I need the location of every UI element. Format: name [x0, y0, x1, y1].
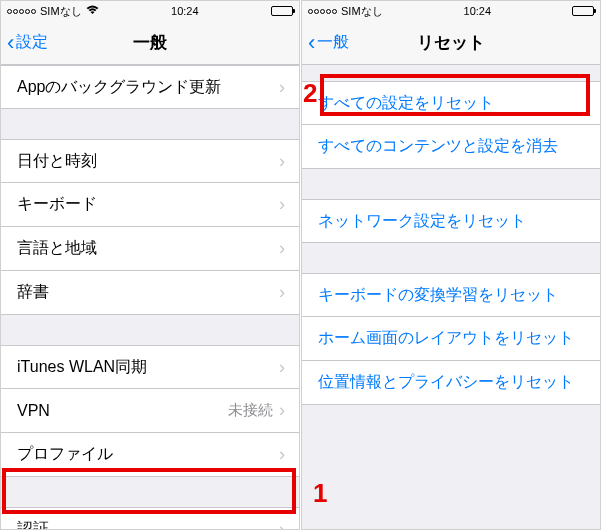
row-date-time[interactable]: 日付と時刻 ›	[1, 139, 299, 183]
reset-list: すべての設定をリセット すべてのコンテンツと設定を消去 ネットワーク設定をリセッ…	[302, 65, 600, 405]
carrier-label: SIMなし	[341, 4, 383, 19]
row-label: キーボード	[17, 194, 279, 215]
chevron-right-icon: ›	[279, 357, 285, 378]
status-bar: SIMなし 10:24	[302, 1, 600, 21]
screen-reset: SIMなし 10:24 ‹ 一般 リセット すべての設定をリセット すべてのコン…	[301, 0, 601, 530]
row-label: ネットワーク設定をリセット	[318, 211, 586, 232]
row-language-region[interactable]: 言語と地域 ›	[1, 227, 299, 271]
wifi-icon	[86, 5, 99, 17]
signal-icon	[308, 9, 337, 14]
chevron-right-icon: ›	[279, 194, 285, 215]
row-profile[interactable]: プロファイル ›	[1, 433, 299, 477]
battery-icon	[572, 6, 594, 16]
row-keyboard[interactable]: キーボード ›	[1, 183, 299, 227]
row-reset-keyboard[interactable]: キーボードの変換学習をリセット	[302, 273, 600, 317]
chevron-right-icon: ›	[279, 282, 285, 303]
row-label: VPN	[17, 402, 228, 420]
row-auth[interactable]: 認証 ›	[1, 507, 299, 530]
row-vpn[interactable]: VPN 未接続 ›	[1, 389, 299, 433]
row-label: すべての設定をリセット	[318, 93, 586, 114]
row-label: ホーム画面のレイアウトをリセット	[318, 328, 586, 349]
row-reset-network[interactable]: ネットワーク設定をリセット	[302, 199, 600, 243]
battery-icon	[271, 6, 293, 16]
back-label: 設定	[16, 32, 48, 53]
status-time: 10:24	[464, 5, 492, 17]
row-label: すべてのコンテンツと設定を消去	[318, 136, 586, 157]
row-label: キーボードの変換学習をリセット	[318, 285, 586, 306]
row-label: 辞書	[17, 282, 279, 303]
chevron-right-icon: ›	[279, 77, 285, 98]
row-label: 位置情報とプライバシーをリセット	[318, 372, 586, 393]
row-reset-home[interactable]: ホーム画面のレイアウトをリセット	[302, 317, 600, 361]
row-erase-all[interactable]: すべてのコンテンツと設定を消去	[302, 125, 600, 169]
nav-bar: ‹ 設定 一般	[1, 21, 299, 65]
row-bg-refresh[interactable]: Appのバックグラウンド更新 ›	[1, 65, 299, 109]
chevron-left-icon: ‹	[308, 32, 315, 54]
row-label: 言語と地域	[17, 238, 279, 259]
row-label: 認証	[17, 519, 279, 531]
chevron-right-icon: ›	[279, 400, 285, 421]
back-label: 一般	[317, 32, 349, 53]
status-time: 10:24	[171, 5, 199, 17]
chevron-right-icon: ›	[279, 519, 285, 531]
nav-bar: ‹ 一般 リセット	[302, 21, 600, 65]
row-reset-location[interactable]: 位置情報とプライバシーをリセット	[302, 361, 600, 405]
row-label: iTunes WLAN同期	[17, 357, 279, 378]
row-dictionary[interactable]: 辞書 ›	[1, 271, 299, 315]
row-detail: 未接続	[228, 401, 273, 420]
screen-general: SIMなし 10:24 ‹ 設定 一般 Appのバックグラウンド更新 › 日付と…	[0, 0, 300, 530]
row-label: プロファイル	[17, 444, 279, 465]
status-bar: SIMなし 10:24	[1, 1, 299, 21]
settings-list: Appのバックグラウンド更新 › 日付と時刻 › キーボード › 言語と地域 ›…	[1, 65, 299, 530]
row-itunes-wlan[interactable]: iTunes WLAN同期 ›	[1, 345, 299, 389]
row-label: 日付と時刻	[17, 151, 279, 172]
signal-icon	[7, 9, 36, 14]
row-reset-all-settings[interactable]: すべての設定をリセット	[302, 81, 600, 125]
back-button[interactable]: ‹ 一般	[302, 32, 349, 54]
row-label: Appのバックグラウンド更新	[17, 77, 279, 98]
chevron-right-icon: ›	[279, 238, 285, 259]
chevron-left-icon: ‹	[7, 32, 14, 54]
chevron-right-icon: ›	[279, 151, 285, 172]
chevron-right-icon: ›	[279, 444, 285, 465]
carrier-label: SIMなし	[40, 4, 82, 19]
back-button[interactable]: ‹ 設定	[1, 32, 48, 54]
